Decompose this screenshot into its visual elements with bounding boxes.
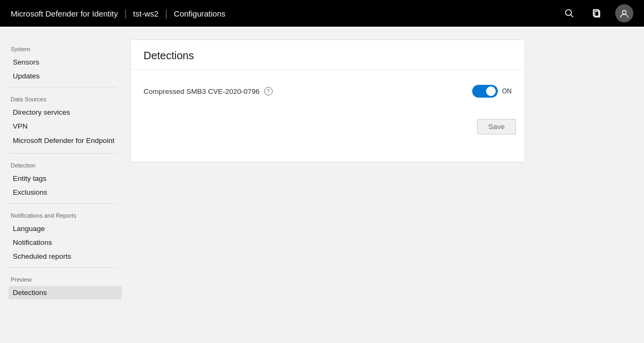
user-avatar[interactable] [615, 4, 633, 22]
search-icon [565, 9, 574, 18]
sidebar-divider-4 [9, 267, 117, 268]
card-footer: Save [131, 119, 524, 143]
section-label-detection: Detection [9, 162, 122, 169]
sidebar-item-notifications[interactable]: Notifications [9, 236, 122, 249]
sidebar-item-updates[interactable]: Updates [9, 69, 122, 83]
svg-point-6 [623, 11, 626, 14]
toggle-on-label: ON [502, 87, 512, 95]
section-label-notifications-reports: Notifications and Reports [9, 212, 122, 219]
section-label-system: System [9, 46, 122, 52]
detection-name: Compressed SMB3 CVE-2020-0796 [144, 87, 260, 95]
sidebar: System Sensors Updates Data Sources Dire… [0, 27, 122, 343]
sidebar-item-vpn[interactable]: VPN [9, 119, 122, 133]
copy-icon [592, 9, 602, 18]
content-area: Detections Compressed SMB3 CVE-2020-0796… [122, 27, 644, 343]
sidebar-item-exclusions[interactable]: Exclusions [9, 186, 122, 199]
topbar-right [560, 4, 633, 23]
sidebar-divider-3 [9, 203, 117, 204]
save-button[interactable]: Save [477, 119, 516, 134]
topbar: Microsoft Defender for Identity | tst-ws… [0, 0, 644, 27]
main-layout: System Sensors Updates Data Sources Dire… [0, 27, 644, 343]
sidebar-divider-1 [9, 87, 117, 87]
section-label-preview: Preview [9, 276, 122, 283]
toggle-slider [472, 85, 498, 98]
instance-name: tst-ws2 [133, 9, 159, 18]
detections-card: Detections Compressed SMB3 CVE-2020-0796… [130, 39, 525, 162]
topbar-left: Microsoft Defender for Identity | tst-ws… [11, 8, 226, 19]
detection-label: Compressed SMB3 CVE-2020-0796 ? [144, 87, 273, 95]
sidebar-item-ms-defender[interactable]: Microsoft Defender for Endpoint [9, 133, 122, 149]
page-name: Configurations [174, 9, 226, 18]
sidebar-item-sensors[interactable]: Sensors [9, 55, 122, 69]
sidebar-divider-2 [9, 153, 117, 154]
detection-toggle[interactable] [472, 85, 498, 98]
card-header: Detections [131, 40, 524, 70]
app-brand: Microsoft Defender for Identity [11, 9, 118, 18]
card-title: Detections [144, 50, 194, 61]
sidebar-item-scheduled-reports[interactable]: Scheduled reports [9, 250, 122, 263]
divider-2: | [165, 8, 168, 19]
search-button[interactable] [560, 4, 579, 23]
toggle-area: ON [472, 85, 512, 98]
user-icon [619, 9, 629, 18]
sidebar-item-directory-services[interactable]: Directory services [9, 106, 122, 119]
sidebar-item-language[interactable]: Language [9, 222, 122, 235]
sidebar-item-entity-tags[interactable]: Entity tags [9, 172, 122, 185]
svg-point-0 [566, 10, 571, 15]
sidebar-item-detections[interactable]: Detections [9, 286, 122, 299]
card-body: Compressed SMB3 CVE-2020-0796 ? ON [131, 70, 524, 119]
divider-1: | [124, 8, 127, 19]
copy-button[interactable] [587, 4, 607, 23]
section-label-data-sources: Data Sources [9, 96, 122, 102]
detection-row: Compressed SMB3 CVE-2020-0796 ? ON [144, 81, 512, 108]
info-icon[interactable]: ? [264, 87, 273, 95]
svg-line-1 [571, 15, 574, 18]
